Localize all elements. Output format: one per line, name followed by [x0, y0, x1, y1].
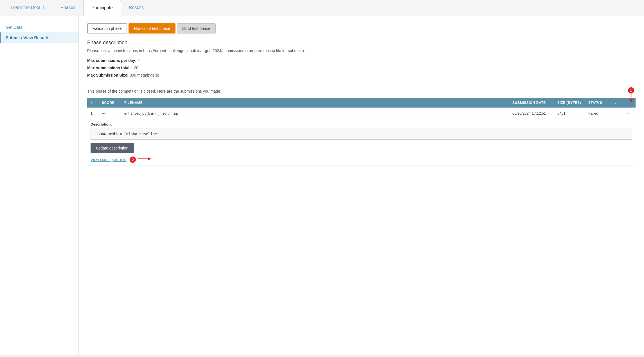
cell-filename: enhanced_by_bsrnn_medium.zip — [121, 108, 509, 119]
description-cell: Description: BSRNN medium (alpha baselin… — [87, 119, 636, 166]
closed-message: This phase of the competition is closed.… — [87, 89, 636, 93]
max-per-day: Max submissions per day: 2 — [87, 58, 636, 63]
col-header-size: SIZE (BYTES) — [554, 98, 585, 108]
badge-1: 1 — [628, 87, 634, 93]
table-header-row: # SCORE FILENAME SUBMISSION DATE SIZE (B… — [87, 98, 636, 108]
error-log-link[interactable]: View scoring error log — [91, 157, 129, 162]
arrow-1-svg — [627, 93, 635, 102]
submissions-table: # SCORE FILENAME SUBMISSION DATE SIZE (B… — [87, 98, 636, 166]
phase-description: Phase description Please follow the inst… — [87, 40, 636, 77]
phase-btn-non-blind[interactable]: Non-blind test phase — [129, 23, 175, 34]
col-header-action: 1 — [622, 98, 636, 108]
error-log-row: View scoring error log 2 — [91, 157, 632, 163]
cell-status: Failed — [585, 108, 610, 119]
cell-size: 6451 — [554, 108, 585, 119]
col-header-num: # — [87, 98, 98, 108]
annotation-2: 2 — [130, 157, 152, 163]
max-total: Max submissions total: 120 — [87, 66, 636, 70]
cell-date: 06/20/2024 17:12:51 — [509, 108, 554, 119]
table-container: # SCORE FILENAME SUBMISSION DATE SIZE (B… — [87, 98, 636, 166]
description-label: Description: — [91, 122, 632, 126]
max-total-label: Max submissions total: — [87, 66, 131, 70]
table-body: 1 --- enhanced_by_bsrnn_medium.zip 06/20… — [87, 108, 636, 166]
svg-marker-1 — [629, 99, 633, 102]
description-row: Description: BSRNN medium (alpha baselin… — [87, 119, 636, 166]
col-header-check: ✓ — [610, 98, 622, 108]
col-header-status: STATUS — [585, 98, 610, 108]
content-area: Validation phase Non-blind test phase Bl… — [79, 16, 644, 355]
table-row: 1 --- enhanced_by_bsrnn_medium.zip 06/20… — [87, 108, 636, 119]
tab-phases[interactable]: Phases — [53, 0, 83, 16]
phase-description-title: Phase description — [87, 40, 636, 46]
cell-action[interactable]: − — [622, 108, 636, 119]
phase-btn-validation[interactable]: Validation phase — [87, 23, 127, 34]
minus-button[interactable]: − — [625, 110, 632, 116]
description-content: BSRNN medium (alpha baseline) — [91, 128, 632, 140]
phase-description-text: Please follow the instructions in https:… — [87, 48, 636, 54]
col-header-filename: FILENAME — [121, 98, 509, 108]
tab-results[interactable]: Results — [121, 0, 152, 16]
phase-buttons: Validation phase Non-blind test phase Bl… — [87, 23, 636, 34]
description-box: Description: BSRNN medium (alpha baselin… — [87, 119, 636, 166]
badge-2: 2 — [130, 157, 136, 163]
top-nav: Learn the Details Phases Participate Res… — [0, 0, 644, 16]
tab-learn[interactable]: Learn the Details — [3, 0, 53, 16]
sidebar: Get Data Submit / View Results — [0, 16, 79, 355]
phase-btn-blind[interactable]: Blind test phase — [177, 23, 216, 34]
cell-score: --- — [98, 108, 121, 119]
svg-marker-3 — [148, 157, 151, 160]
sidebar-item-submit-view[interactable]: Submit / View Results — [0, 32, 78, 43]
section-divider — [87, 83, 636, 83]
max-size-label: Max Submission Size: — [87, 73, 129, 77]
col-header-date: SUBMISSION DATE — [509, 98, 554, 108]
tab-participate[interactable]: Participate — [83, 0, 121, 16]
main-container: Get Data Submit / View Results Validatio… — [0, 16, 644, 355]
col-header-score: SCORE — [98, 98, 121, 108]
max-per-day-label: Max submissions per day: — [87, 58, 136, 63]
cell-num: 1 — [87, 108, 98, 119]
update-description-button[interactable]: update description — [91, 143, 134, 153]
sidebar-item-get-data[interactable]: Get Data — [0, 22, 78, 32]
annotation-1: 1 — [627, 87, 635, 102]
max-size: Max Submission Size: 300 megabyte(s) — [87, 73, 636, 77]
arrow-2-svg — [137, 157, 152, 163]
cell-check — [610, 108, 622, 119]
